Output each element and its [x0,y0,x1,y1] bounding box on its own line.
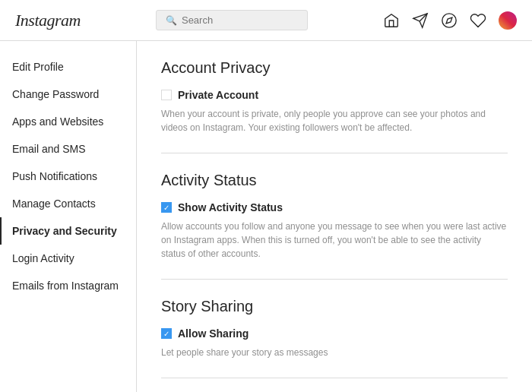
story-sharing-section: Story Sharing Allow Sharing Let people s… [161,298,508,378]
sidebar-item-manage-contacts[interactable]: Manage Contacts [0,190,136,217]
top-nav: Instagram 🔍 [0,0,532,41]
story-sharing-title: Story Sharing [161,298,508,315]
show-activity-label: Show Activity Status [178,201,283,213]
instagram-logo: Instagram [15,11,81,30]
private-account-row: Private Account [161,89,508,101]
activity-status-title: Activity Status [161,172,508,189]
private-account-checkbox[interactable] [161,90,172,100]
search-icon: 🔍 [166,15,177,26]
svg-marker-3 [446,17,452,24]
heart-icon[interactable] [470,12,486,29]
account-privacy-section: Account Privacy Private Account When you… [161,59,508,153]
show-activity-row: Show Activity Status [161,201,508,213]
sidebar: Edit Profile Change Password Apps and We… [0,41,137,392]
private-account-description: When your account is private, only peopl… [161,107,508,134]
sidebar-item-emails-instagram[interactable]: Emails from Instagram [0,272,136,299]
sidebar-item-apps-websites[interactable]: Apps and Websites [0,108,136,135]
sidebar-item-privacy-security[interactable]: Privacy and Security [0,217,136,245]
avatar[interactable] [499,11,517,30]
allow-sharing-description: Let people share your story as messages [161,346,508,359]
sidebar-item-push-notifications[interactable]: Push Notifications [0,163,136,190]
search-input[interactable] [182,14,298,26]
nav-icons [383,11,517,30]
direct-icon[interactable] [412,12,429,29]
sidebar-item-email-sms[interactable]: Email and SMS [0,135,136,163]
allow-sharing-row: Allow Sharing [161,327,508,340]
main-container: Edit Profile Change Password Apps and We… [0,41,532,392]
private-account-label: Private Account [178,89,258,101]
show-activity-description: Allow accounts you follow and anyone you… [161,220,508,261]
explore-icon[interactable] [441,12,458,29]
show-activity-checkbox[interactable] [161,202,172,213]
sidebar-item-change-password[interactable]: Change Password [0,81,136,108]
sidebar-item-login-activity[interactable]: Login Activity [0,245,136,272]
search-bar[interactable]: 🔍 [156,10,308,30]
allow-sharing-label: Allow Sharing [178,327,249,340]
home-icon[interactable] [383,12,400,29]
account-privacy-title: Account Privacy [161,59,508,77]
svg-point-2 [442,13,456,27]
sidebar-item-edit-profile[interactable]: Edit Profile [0,53,136,81]
activity-status-section: Activity Status Show Activity Status All… [161,172,508,280]
content-area: Account Privacy Private Account When you… [137,41,532,392]
allow-sharing-checkbox[interactable] [161,328,172,339]
